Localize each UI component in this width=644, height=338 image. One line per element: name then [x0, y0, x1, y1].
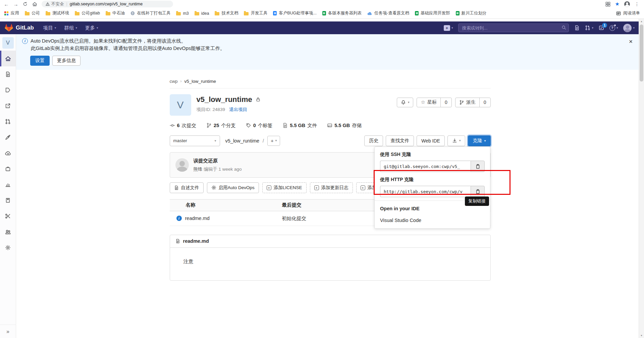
copy-http-button[interactable]	[471, 186, 485, 197]
sidebar-item-analytics[interactable]	[0, 177, 16, 192]
close-icon[interactable]: ×	[629, 37, 633, 47]
bookmark-item[interactable]: 公司	[25, 10, 40, 16]
breadcrumb-group[interactable]: cwp	[170, 79, 178, 84]
fork-count[interactable]: 0	[479, 98, 490, 107]
history-button[interactable]: 历史	[364, 135, 383, 146]
file-name-link[interactable]: readme.md	[185, 216, 210, 221]
user-menu-button[interactable]: ▾	[623, 24, 635, 32]
sidebar-collapse-button[interactable]: »	[0, 325, 16, 338]
stat-files[interactable]: 5.5 GB文件	[282, 122, 317, 129]
sidebar-item-wiki[interactable]	[0, 192, 16, 208]
merge-requests-nav-button[interactable]: ▾	[585, 25, 593, 31]
sidebar-item-issues[interactable]	[0, 82, 16, 98]
bookmark-item[interactable]: 各版本服务器列表	[322, 10, 362, 16]
search-input[interactable]	[458, 23, 569, 32]
sidebar-item-settings[interactable]	[0, 240, 16, 256]
vscode-menu-item[interactable]: Visual Studio Code	[380, 218, 485, 223]
commit-author[interactable]: 熊锋	[194, 167, 203, 172]
project-avatar-tile[interactable]: V	[2, 37, 14, 49]
browser-profile-avatar[interactable]	[624, 1, 630, 7]
sidebar-item-members[interactable]	[0, 224, 16, 240]
sidebar-item-repository[interactable]	[0, 66, 16, 82]
page-scrollbar[interactable]: ▲ ▼	[639, 19, 644, 338]
readme-header[interactable]: readme.md	[170, 235, 490, 248]
breadcrumb-project[interactable]: v5_low_runtime	[184, 79, 216, 84]
security-indicator[interactable]: 不安全	[46, 1, 64, 7]
folder-icon	[215, 12, 219, 15]
notification-dropdown-button[interactable]: ▾	[397, 98, 414, 107]
leave-project-link[interactable]: 退出项目	[229, 107, 247, 113]
bookmark-item[interactable]: 公司gitlab	[75, 10, 100, 16]
bookmark-item[interactable]: 在线补丁打包工具	[130, 10, 170, 16]
ssh-url-input[interactable]	[380, 161, 471, 172]
scrollbar-down-icon[interactable]: ▼	[639, 333, 644, 338]
enable-autodevops-button[interactable]: 启用Auto DevOps	[207, 182, 259, 193]
star-button[interactable]: ☆星标 0	[417, 98, 451, 107]
reading-list-button[interactable]: 阅读清单	[616, 10, 640, 16]
copy-ssh-button[interactable]	[471, 161, 485, 172]
sidebar-item-operations[interactable]	[0, 145, 16, 161]
forward-icon[interactable]: →	[12, 0, 19, 8]
todos-nav-button[interactable]: 1	[599, 25, 604, 31]
tab-groups-icon[interactable]	[605, 2, 610, 7]
add-license-button[interactable]: + 添加LICENSE	[262, 182, 307, 193]
issues-nav-button[interactable]	[574, 25, 580, 31]
browser-menu-icon[interactable]: ⋮	[635, 1, 639, 7]
reload-icon[interactable]	[21, 0, 29, 8]
bookmark-item[interactable]: 客户BUG处理事项...	[273, 10, 317, 16]
sidebar-item-cicd[interactable]	[0, 129, 16, 145]
apps-grid-icon	[4, 11, 6, 13]
nav-menu-more[interactable]: 更多▾	[81, 25, 102, 31]
bookmark-item[interactable]: 任务项-查看原文档	[367, 10, 409, 16]
address-bar[interactable]: 不安全 | gitlab.seeyon.com/cwp/v5_low_runti…	[42, 1, 173, 7]
add-changelog-button[interactable]: + 添加更新日志	[310, 182, 353, 193]
bookmark-item[interactable]: 应用	[4, 10, 19, 16]
star-count[interactable]: 0	[440, 98, 451, 107]
bookmark-item[interactable]: 中石油	[106, 10, 125, 16]
help-nav-button[interactable]: ? ▾	[609, 25, 618, 31]
readme-button[interactable]: 自述文件	[170, 182, 204, 193]
bookmark-star-icon[interactable]: ★	[615, 1, 620, 7]
repo-path[interactable]: v5_low_runtime	[225, 138, 260, 144]
bookmark-item[interactable]: 基础应用开发部	[415, 10, 450, 16]
sidebar-item-merge-requests[interactable]	[0, 114, 16, 129]
web-ide-button[interactable]: Web IDE	[417, 135, 445, 146]
gitlab-logo[interactable]: GitLab	[5, 24, 34, 32]
http-url-input[interactable]	[380, 186, 471, 197]
add-file-button[interactable]: + ▾	[267, 136, 280, 146]
scrollbar-up-icon[interactable]: ▲	[639, 19, 644, 24]
bookmark-item[interactable]: idea	[195, 11, 209, 16]
bookmarks-bar: 应用 公司 测试环境 公司gitlab 中石油 在线补丁打包工具 m3 idea…	[0, 8, 644, 19]
ide-heading: Open in your IDE	[380, 206, 485, 211]
stat-storage[interactable]: 5.5 GB存储	[327, 122, 362, 129]
bookmark-item[interactable]: 测试环境	[46, 10, 69, 16]
commit-title[interactable]: 误提交还原	[194, 158, 242, 164]
sidebar-item-packages[interactable]	[0, 161, 16, 177]
new-menu-button[interactable]: + ▾	[444, 25, 453, 31]
sidebar-item-external[interactable]	[0, 98, 16, 114]
sidebar-item-snippets[interactable]	[0, 208, 16, 224]
scrollbar-thumb[interactable]	[640, 24, 643, 81]
branch-selector[interactable]: master ▾	[170, 135, 220, 146]
stat-tags[interactable]: 0个标签	[246, 122, 273, 129]
column-last-commit: 最后提交	[282, 202, 302, 208]
sidebar-item-overview[interactable]	[0, 51, 16, 66]
more-info-button[interactable]: 更多信息	[52, 56, 80, 66]
bookmark-item[interactable]: 新川工位划分	[456, 10, 487, 16]
bookmark-item[interactable]: 开发工具	[244, 10, 267, 16]
settings-button[interactable]: 设置	[30, 56, 50, 66]
nav-menu-groups[interactable]: 群组▾	[60, 25, 81, 31]
home-icon[interactable]	[31, 0, 38, 8]
find-file-button[interactable]: 查找文件	[386, 135, 414, 146]
nav-menu-projects[interactable]: 项目▾	[39, 25, 60, 31]
back-icon[interactable]: ←	[3, 0, 10, 8]
ssh-clone-label: 使用 SSH 克隆	[380, 152, 485, 158]
stat-branches[interactable]: 25个分支	[206, 122, 236, 129]
commit-message-link[interactable]: 初始化提交	[282, 215, 307, 222]
bookmark-item[interactable]: m3	[176, 11, 189, 16]
download-button[interactable]: ▾	[447, 135, 466, 146]
stat-commits[interactable]: 6次提交	[170, 122, 197, 129]
fork-button[interactable]: 派生 0	[455, 98, 491, 107]
bookmark-item[interactable]: 技术文档	[215, 10, 238, 16]
clone-button[interactable]: 克隆 ▾	[468, 135, 490, 146]
